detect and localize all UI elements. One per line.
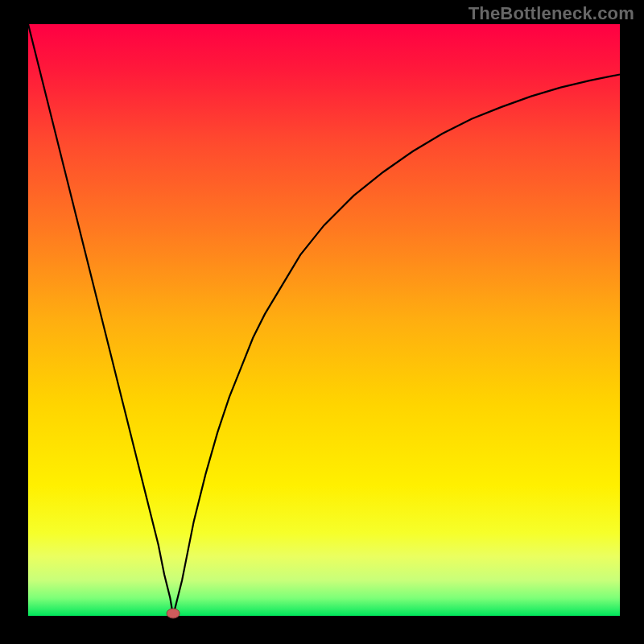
bottleneck-chart [0,0,644,644]
watermark-text: TheBottleneck.com [469,3,634,24]
plot-background [28,24,620,616]
minimum-marker [167,609,180,618]
chart-frame: { "watermark": { "text": "TheBottleneck.… [0,0,644,644]
